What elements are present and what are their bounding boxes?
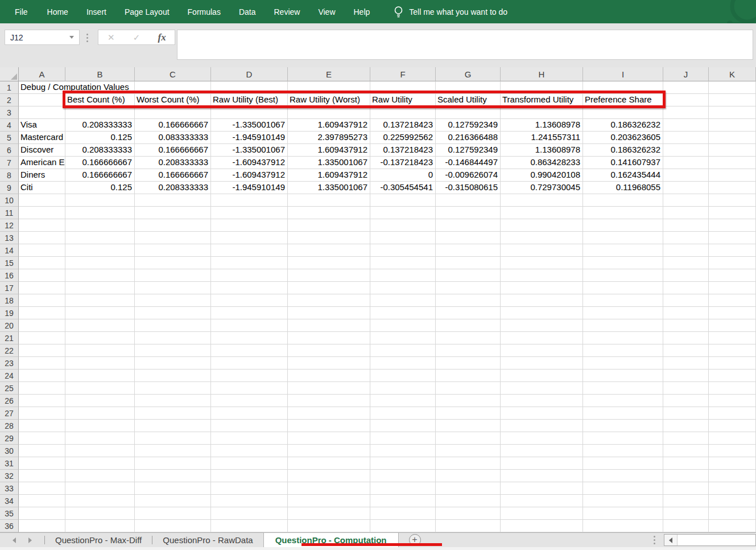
- cell-F36[interactable]: [370, 520, 436, 532]
- tabbar-resize-handle[interactable]: [654, 536, 655, 544]
- cell-K19[interactable]: [709, 307, 756, 319]
- cell-A16[interactable]: [19, 269, 65, 282]
- row-header-6[interactable]: 6: [0, 144, 19, 157]
- cell-F35[interactable]: [370, 507, 436, 520]
- cell-F20[interactable]: [370, 319, 436, 332]
- cell-J10[interactable]: [663, 194, 709, 207]
- row-header-16[interactable]: 16: [0, 269, 19, 282]
- cell-C3[interactable]: [135, 106, 211, 119]
- cell-I11[interactable]: [583, 207, 663, 219]
- cell-B25[interactable]: [65, 382, 135, 395]
- cell-J2[interactable]: [663, 94, 709, 106]
- cell-G36[interactable]: [436, 520, 501, 532]
- cell-E11[interactable]: [288, 207, 370, 219]
- name-box-dropdown-icon[interactable]: [69, 36, 74, 39]
- ribbon-tab-home[interactable]: Home: [38, 0, 77, 23]
- cell-E27[interactable]: [288, 407, 370, 420]
- cell-A31[interactable]: [19, 457, 65, 470]
- cell-F31[interactable]: [370, 457, 436, 470]
- cell-A7[interactable]: American Express: [19, 157, 65, 169]
- cell-I12[interactable]: [583, 219, 663, 232]
- cell-H23[interactable]: [501, 357, 583, 370]
- cell-G7[interactable]: -0.146844497: [436, 157, 501, 169]
- cell-I31[interactable]: [583, 457, 663, 470]
- cell-K13[interactable]: [709, 232, 756, 244]
- cell-H35[interactable]: [501, 507, 583, 520]
- cell-H9[interactable]: 0.729730045: [501, 182, 583, 194]
- column-header-I[interactable]: I: [583, 67, 663, 81]
- cell-D3[interactable]: [211, 106, 288, 119]
- row-header-15[interactable]: 15: [0, 257, 19, 269]
- cell-K3[interactable]: [709, 106, 756, 119]
- cell-G31[interactable]: [436, 457, 501, 470]
- cell-J5[interactable]: [663, 132, 709, 144]
- cell-I22[interactable]: [583, 344, 663, 357]
- row-header-10[interactable]: 10: [0, 194, 19, 207]
- cell-I14[interactable]: [583, 244, 663, 257]
- cell-F22[interactable]: [370, 344, 436, 357]
- cell-E16[interactable]: [288, 269, 370, 282]
- cell-K11[interactable]: [709, 207, 756, 219]
- cell-B11[interactable]: [65, 207, 135, 219]
- cell-B18[interactable]: [65, 294, 135, 307]
- cell-H34[interactable]: [501, 495, 583, 507]
- cell-F18[interactable]: [370, 294, 436, 307]
- cell-F15[interactable]: [370, 257, 436, 269]
- cell-F7[interactable]: -0.137218423: [370, 157, 436, 169]
- cell-D18[interactable]: [211, 294, 288, 307]
- ribbon-tab-data[interactable]: Data: [230, 0, 265, 23]
- cell-H29[interactable]: [501, 432, 583, 445]
- cell-D8[interactable]: -1.609437912: [211, 169, 288, 182]
- cell-J23[interactable]: [663, 357, 709, 370]
- cell-H32[interactable]: [501, 470, 583, 482]
- cell-C31[interactable]: [135, 457, 211, 470]
- cell-F27[interactable]: [370, 407, 436, 420]
- cell-G28[interactable]: [436, 420, 501, 432]
- cell-J25[interactable]: [663, 382, 709, 395]
- cell-H14[interactable]: [501, 244, 583, 257]
- cell-K21[interactable]: [709, 332, 756, 344]
- cell-D11[interactable]: [211, 207, 288, 219]
- row-header-33[interactable]: 33: [0, 482, 19, 495]
- cell-I18[interactable]: [583, 294, 663, 307]
- cell-A1[interactable]: Debug / Computation Values: [19, 81, 65, 94]
- cell-H31[interactable]: [501, 457, 583, 470]
- cell-F33[interactable]: [370, 482, 436, 495]
- cell-I5[interactable]: 0.203623605: [583, 132, 663, 144]
- cell-B20[interactable]: [65, 319, 135, 332]
- cell-H27[interactable]: [501, 407, 583, 420]
- cell-J22[interactable]: [663, 344, 709, 357]
- cell-K1[interactable]: [709, 81, 756, 94]
- cell-J24[interactable]: [663, 370, 709, 382]
- cell-J36[interactable]: [663, 520, 709, 532]
- cell-C6[interactable]: 0.166666667: [135, 144, 211, 157]
- cell-E25[interactable]: [288, 382, 370, 395]
- cell-A20[interactable]: [19, 319, 65, 332]
- cell-J8[interactable]: [663, 169, 709, 182]
- cell-J4[interactable]: [663, 119, 709, 132]
- cell-C33[interactable]: [135, 482, 211, 495]
- cell-J7[interactable]: [663, 157, 709, 169]
- cell-J29[interactable]: [663, 432, 709, 445]
- cell-C24[interactable]: [135, 370, 211, 382]
- column-header-A[interactable]: A: [19, 67, 65, 81]
- cell-B30[interactable]: [65, 445, 135, 457]
- cell-E3[interactable]: [288, 106, 370, 119]
- cell-G32[interactable]: [436, 470, 501, 482]
- cell-K30[interactable]: [709, 445, 756, 457]
- cell-E35[interactable]: [288, 507, 370, 520]
- cell-F28[interactable]: [370, 420, 436, 432]
- cell-B28[interactable]: [65, 420, 135, 432]
- column-header-J[interactable]: J: [663, 67, 709, 81]
- cell-K17[interactable]: [709, 282, 756, 294]
- cell-B31[interactable]: [65, 457, 135, 470]
- ribbon-tab-insert[interactable]: Insert: [77, 0, 115, 23]
- cell-F4[interactable]: 0.137218423: [370, 119, 436, 132]
- cell-K23[interactable]: [709, 357, 756, 370]
- cell-A4[interactable]: Visa: [19, 119, 65, 132]
- cell-J18[interactable]: [663, 294, 709, 307]
- cell-H11[interactable]: [501, 207, 583, 219]
- cell-B5[interactable]: 0.125: [65, 132, 135, 144]
- cell-I28[interactable]: [583, 420, 663, 432]
- cell-D25[interactable]: [211, 382, 288, 395]
